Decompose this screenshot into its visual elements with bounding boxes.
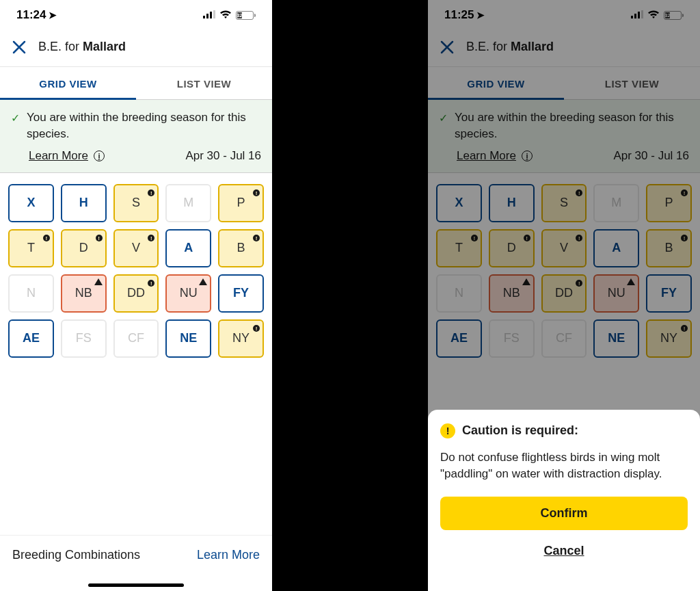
code-label: D	[79, 241, 88, 255]
tab-list-view[interactable]: LIST VIEW	[136, 67, 272, 100]
code-label: NY	[660, 331, 677, 345]
confirm-button[interactable]: Confirm	[440, 497, 688, 530]
code-V[interactable]: V!	[541, 229, 587, 267]
caution-sheet: ! Caution is required: Do not confuse fl…	[428, 410, 700, 591]
code-P[interactable]: P!	[646, 184, 692, 222]
caution-dot-icon: !	[471, 233, 478, 242]
close-icon[interactable]	[12, 40, 26, 54]
tabs: GRID VIEW LIST VIEW	[0, 67, 272, 100]
code-AE[interactable]: AE	[8, 319, 54, 358]
tab-list-view[interactable]: LIST VIEW	[564, 67, 700, 100]
code-FY[interactable]: FY	[646, 274, 692, 313]
cellular-icon	[203, 8, 215, 22]
code-grid: XHS!MP!T!D!V!AB!NNBDD!NUFYAEFSCFNENY!	[8, 184, 264, 358]
season-banner: ✓ You are within the breeding season for…	[428, 100, 700, 173]
battery-icon: 32	[664, 11, 684, 20]
code-A[interactable]: A	[593, 229, 639, 267]
tab-grid-view[interactable]: GRID VIEW	[0, 67, 136, 100]
wifi-icon	[647, 8, 660, 22]
close-icon[interactable]	[440, 40, 454, 54]
footer-learn-more[interactable]: Learn More	[197, 548, 260, 562]
code-NE[interactable]: NE	[165, 319, 211, 358]
code-label: B	[665, 241, 673, 255]
code-NU[interactable]: NU	[593, 274, 639, 313]
code-S[interactable]: S!	[541, 184, 587, 222]
code-label: CF	[556, 331, 572, 345]
code-A[interactable]: A	[165, 229, 211, 267]
home-indicator[interactable]	[88, 583, 184, 587]
caution-dot-icon: !	[253, 187, 260, 197]
caution-triangle-icon	[199, 278, 207, 287]
code-D[interactable]: D!	[489, 229, 535, 267]
code-T[interactable]: T!	[436, 229, 482, 267]
code-P[interactable]: P!	[218, 184, 264, 222]
sheet-title: Caution is required:	[462, 423, 578, 438]
code-label: DD	[555, 286, 573, 300]
code-M[interactable]: M	[165, 184, 211, 222]
code-NY[interactable]: NY!	[218, 319, 264, 358]
status-bar: 11:24 ➤ 32	[0, 0, 272, 30]
caution-dot-icon: !	[148, 187, 154, 197]
code-H[interactable]: H	[61, 184, 107, 222]
code-S[interactable]: S!	[113, 184, 159, 222]
code-label: V	[132, 241, 140, 255]
svg-rect-3	[213, 10, 215, 18]
code-D[interactable]: D!	[61, 229, 107, 267]
caution-dot-icon: !	[576, 233, 582, 242]
code-X[interactable]: X	[8, 184, 54, 222]
code-NB[interactable]: NB	[61, 274, 107, 313]
caution-dot-icon: !	[253, 323, 260, 332]
code-label: V	[560, 241, 568, 255]
code-B[interactable]: B!	[218, 229, 264, 267]
caution-dot-icon: !	[253, 233, 260, 242]
cancel-button[interactable]: Cancel	[440, 544, 688, 558]
location-icon: ➤	[476, 10, 485, 21]
code-N[interactable]: N	[436, 274, 482, 313]
code-M[interactable]: M	[593, 184, 639, 222]
caution-triangle-icon	[522, 278, 530, 287]
code-X[interactable]: X	[436, 184, 482, 222]
footer: Breeding Combinations Learn More	[0, 535, 272, 591]
page-title: B.E. for Mallard	[466, 40, 554, 54]
status-time: 11:25	[444, 8, 474, 22]
check-icon: ✓	[11, 111, 20, 126]
header: B.E. for Mallard	[428, 30, 700, 67]
code-label: NU	[180, 286, 198, 300]
banner-date-range: Apr 30 - Jul 16	[613, 149, 689, 163]
code-DD[interactable]: DD!	[541, 274, 587, 313]
tabs: GRID VIEW LIST VIEW	[428, 67, 700, 100]
code-NB[interactable]: NB	[489, 274, 535, 313]
code-NY[interactable]: NY!	[646, 319, 692, 358]
header: B.E. for Mallard	[0, 30, 272, 67]
wifi-icon	[219, 8, 232, 22]
code-label: D	[507, 241, 516, 255]
code-label: X	[27, 196, 35, 210]
code-label: T	[455, 241, 463, 255]
code-label: B	[237, 241, 245, 255]
code-AE[interactable]: AE	[436, 319, 482, 358]
battery-icon: 32	[236, 11, 256, 20]
caution-dot-icon: !	[524, 233, 530, 242]
code-V[interactable]: V!	[113, 229, 159, 267]
code-H[interactable]: H	[489, 184, 535, 222]
code-NE[interactable]: NE	[593, 319, 639, 358]
code-B[interactable]: B!	[646, 229, 692, 267]
code-FS[interactable]: FS	[61, 319, 107, 358]
svg-rect-7	[641, 10, 643, 18]
code-CF[interactable]: CF	[113, 319, 159, 358]
tab-grid-view[interactable]: GRID VIEW	[428, 67, 564, 100]
info-icon: i	[94, 150, 105, 161]
svg-rect-0	[203, 16, 205, 18]
code-N[interactable]: N	[8, 274, 54, 313]
code-label: X	[455, 196, 463, 210]
code-DD[interactable]: DD!	[113, 274, 159, 313]
code-label: NY	[232, 331, 250, 345]
code-CF[interactable]: CF	[541, 319, 587, 358]
code-NU[interactable]: NU	[165, 274, 211, 313]
code-FY[interactable]: FY	[218, 274, 264, 313]
banner-learn-more[interactable]: Learn More i	[29, 149, 105, 163]
banner-learn-more[interactable]: Learn More i	[457, 149, 533, 163]
code-T[interactable]: T!	[8, 229, 54, 267]
status-bar: 11:25 ➤ 32	[428, 0, 700, 30]
code-FS[interactable]: FS	[489, 319, 535, 358]
